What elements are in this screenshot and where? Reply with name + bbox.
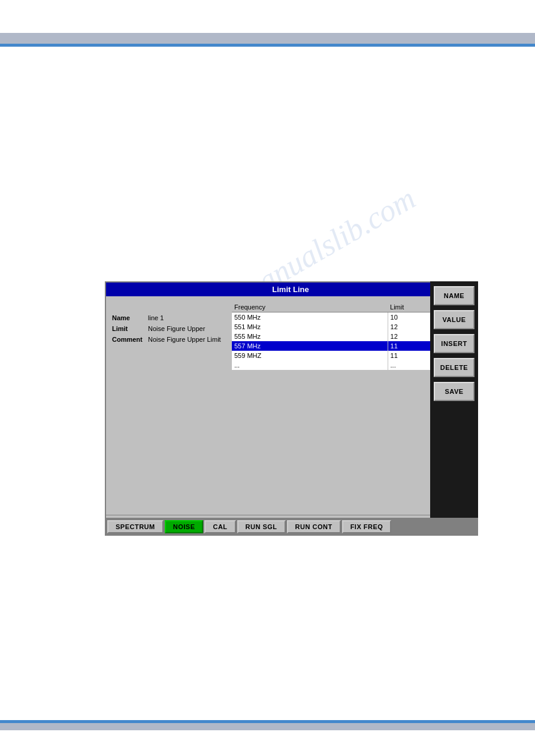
name-button[interactable]: NAME [434, 286, 474, 305]
dialog-content: Name line 1 Limit Noise Figure Upper Com… [106, 296, 475, 376]
limit-value: Noise Figure Upper [148, 325, 205, 332]
cell-frequency: 557 MHz [232, 341, 388, 351]
run-cont-button[interactable]: RUN CONT [287, 520, 341, 533]
cell-frequency: 559 MHZ [232, 351, 388, 360]
info-row-limit: Limit Noise Figure Upper [112, 325, 232, 332]
run-sgl-button[interactable]: RUN SGL [237, 520, 286, 533]
dialog-title: Limit Line [106, 283, 475, 296]
separator-line [105, 515, 430, 515]
noise-button[interactable]: NOISE [165, 520, 204, 533]
insert-button[interactable]: INSERT [434, 334, 474, 353]
col-frequency: Frequency [232, 302, 388, 312]
save-button[interactable]: SAVE [434, 382, 474, 401]
info-row-comment: Comment Noise Figure Upper Limit [112, 336, 232, 343]
name-label: Name [112, 314, 148, 321]
sidebar-buttons-panel: NAME VALUE INSERT DELETE SAVE [430, 281, 478, 527]
top-bar [0, 33, 535, 44]
info-row-name: Name line 1 [112, 314, 232, 321]
name-value: line 1 [148, 314, 164, 321]
comment-value: Noise Figure Upper Limit [148, 336, 221, 343]
info-panel: Name line 1 Limit Noise Figure Upper Com… [112, 302, 232, 370]
cell-frequency: 551 MHz [232, 322, 388, 332]
value-button[interactable]: VALUE [434, 310, 474, 329]
delete-button[interactable]: DELETE [434, 358, 474, 377]
cal-button[interactable]: CAL [204, 520, 235, 533]
cell-frequency: 550 MHz [232, 312, 388, 323]
spectrum-button[interactable]: SPECTRUM [107, 520, 164, 533]
comment-label: Comment [112, 336, 148, 343]
limit-line-dialog: Limit Line Name line 1 Limit Noise Figur… [105, 281, 476, 527]
cell-frequency: ... [232, 360, 388, 370]
cell-frequency: 555 MHz [232, 332, 388, 341]
fix-freq-button[interactable]: FIX FREQ [342, 520, 392, 533]
limit-label: Limit [112, 325, 148, 332]
bottom-toolbar: SPECTRUM NOISE CAL RUN SGL RUN CONT FIX … [105, 518, 478, 536]
top-bar-blue [0, 44, 535, 47]
bottom-bar-gray [0, 723, 535, 730]
